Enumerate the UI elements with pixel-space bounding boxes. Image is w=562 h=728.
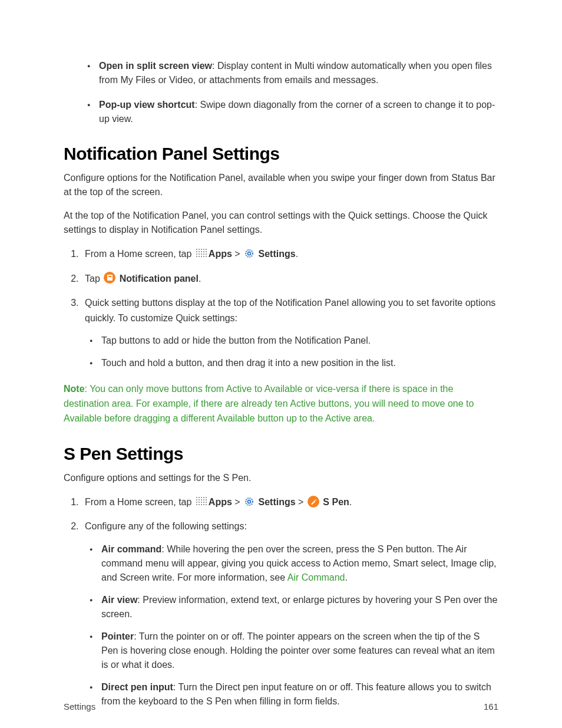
air-command-link[interactable]: Air Command <box>287 572 345 582</box>
svg-point-0 <box>246 250 253 257</box>
list-item: Touch and hold a button, and then drag i… <box>101 356 498 370</box>
svg-point-2 <box>246 498 253 505</box>
step-text: From a Home screen, tap <box>85 497 194 507</box>
document-page: Open in split screen view: Display conte… <box>0 0 562 728</box>
step-text: Tap <box>85 274 103 284</box>
paragraph: At the top of the Notification Panel, yo… <box>64 209 498 237</box>
footer-page-number: 161 <box>484 701 498 711</box>
bullet-term: Pointer <box>101 631 134 641</box>
note-label: Note <box>64 384 85 394</box>
list-item: Pop-up view shortcut: Swipe down diagona… <box>99 98 498 126</box>
heading-notification-panel: Notification Panel Settings <box>64 144 498 164</box>
paragraph: Configure options and settings for the S… <box>64 471 498 485</box>
notification-panel-label: Notification panel <box>120 274 199 284</box>
bullet-term: Air view <box>101 595 137 605</box>
apps-icon <box>196 496 207 507</box>
bullet-term: Direct pen input <box>101 682 173 692</box>
bullet-desc: : Turn the pointer on or off. The pointe… <box>101 631 495 670</box>
step-end: . <box>199 274 201 284</box>
steps-list: From a Home screen, tap Apps > Settings.… <box>64 246 498 370</box>
inner-bullet-list: Air command: While hovering the pen over… <box>85 542 498 709</box>
list-item: Air view: Preview information, extend te… <box>101 593 498 621</box>
footer-section-label: Settings <box>64 701 95 711</box>
paragraph: Configure options for the Notification P… <box>64 171 498 199</box>
settings-icon <box>244 248 254 259</box>
inner-bullet-list: Tap buttons to add or hide the button fr… <box>85 334 498 370</box>
list-item: Air command: While hovering the pen over… <box>101 542 498 585</box>
svg-point-3 <box>248 500 251 503</box>
step-item: Configure any of the following settings:… <box>81 519 498 709</box>
settings-icon <box>244 496 254 507</box>
bullet-term: Open in split screen view <box>99 61 212 71</box>
bullet-term: Air command <box>101 544 161 554</box>
bullet-desc: : Preview information, extend text, or e… <box>101 595 497 619</box>
step-text: From a Home screen, tap <box>85 249 194 259</box>
list-item: Tap buttons to add or hide the button fr… <box>101 334 498 348</box>
step-item: From a Home screen, tap Apps > Settings. <box>81 246 498 262</box>
separator: > <box>296 497 306 507</box>
spen-icon <box>308 496 319 508</box>
heading-spen: S Pen Settings <box>64 444 498 464</box>
step-item: From a Home screen, tap Apps > Settings … <box>81 495 498 510</box>
intro-bullet-list: Open in split screen view: Display conte… <box>64 59 498 126</box>
list-item: Open in split screen view: Display conte… <box>99 59 498 87</box>
apps-label: Apps <box>209 249 232 259</box>
settings-label: Settings <box>259 249 296 259</box>
bullet-term: Pop-up view shortcut <box>99 100 195 110</box>
step-end: . <box>296 249 298 259</box>
separator: > <box>232 249 243 259</box>
note-text: : You can only move buttons from Active … <box>64 384 474 423</box>
apps-label: Apps <box>209 497 232 507</box>
list-item: Pointer: Turn the pointer on or off. The… <box>101 630 498 672</box>
separator: > <box>232 497 243 507</box>
bullet-after: . <box>345 572 348 582</box>
step-item: Quick setting buttons display at the top… <box>81 295 498 370</box>
step-text: Quick setting buttons display at the top… <box>85 298 495 323</box>
notification-panel-icon <box>104 272 115 284</box>
step-end: . <box>349 497 352 507</box>
page-footer: Settings 161 <box>64 701 498 711</box>
spen-label: S Pen <box>323 497 349 507</box>
settings-label: Settings <box>259 497 296 507</box>
svg-point-1 <box>248 252 251 255</box>
apps-icon <box>196 248 207 259</box>
note-paragraph: Note: You can only move buttons from Act… <box>64 382 498 426</box>
step-item: Tap Notification panel. <box>81 271 498 286</box>
steps-list: From a Home screen, tap Apps > Settings … <box>64 495 498 709</box>
step-text: Configure any of the following settings: <box>85 521 247 531</box>
